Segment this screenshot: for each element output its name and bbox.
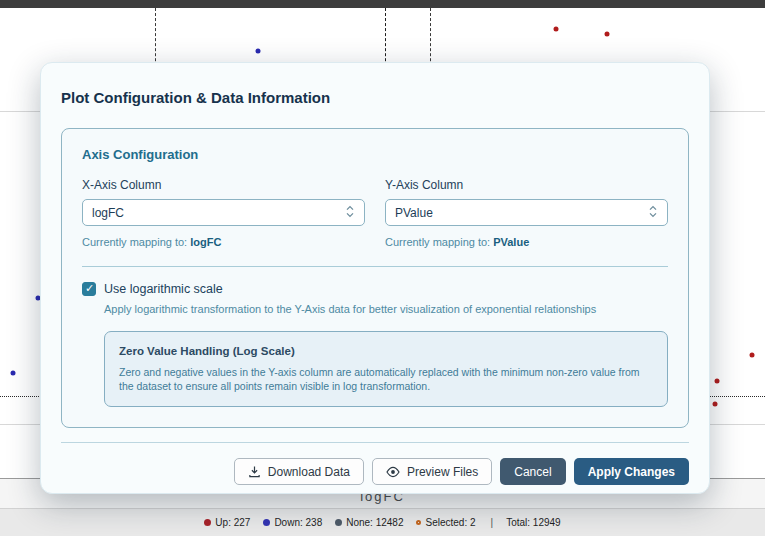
- scatter-point[interactable]: [605, 32, 610, 37]
- scatter-point[interactable]: [11, 371, 16, 376]
- cancel-label: Cancel: [514, 465, 551, 479]
- scatter-point[interactable]: [715, 379, 720, 384]
- y-axis-mapping-value: PValue: [493, 236, 529, 248]
- apply-changes-label: Apply Changes: [588, 465, 675, 479]
- plot-configuration-dialog: Plot Configuration & Data Information Ax…: [40, 62, 710, 494]
- axis-card-divider: [82, 266, 668, 267]
- legend-item-none: None: 12482: [335, 517, 403, 528]
- zero-value-handling-title: Zero Value Handling (Log Scale): [119, 345, 653, 357]
- legend-separator: |: [491, 517, 494, 528]
- legend-item-selected: Selected: 2: [416, 517, 475, 528]
- zero-value-handling-body: Zero and negative values in the Y-axis c…: [119, 365, 653, 393]
- y-axis-selected-value: PValue: [395, 206, 433, 220]
- y-axis-mapping-text: Currently mapping to:PValue: [385, 236, 668, 248]
- axis-configuration-heading: Axis Configuration: [82, 147, 668, 162]
- apply-changes-button[interactable]: Apply Changes: [574, 458, 689, 485]
- legend-item-down: Down: 238: [263, 517, 322, 528]
- legend-label-selected: Selected: 2: [425, 517, 475, 528]
- zero-value-handling-box: Zero Value Handling (Log Scale) Zero and…: [104, 331, 668, 407]
- legend-dot-selected: [416, 520, 421, 525]
- dialog-title: Plot Configuration & Data Information: [61, 89, 689, 106]
- legend-label-up: Up: 227: [215, 517, 250, 528]
- axis-columns-grid: X-Axis Column logFC Currently mapping to…: [82, 178, 668, 248]
- footer-divider: [61, 442, 689, 443]
- download-icon: [248, 465, 261, 478]
- dialog-footer: Download Data Preview Files Cancel Apply…: [61, 458, 689, 485]
- chevron-updown-icon: [345, 204, 355, 222]
- download-data-button[interactable]: Download Data: [234, 458, 364, 485]
- eye-icon: [386, 466, 400, 478]
- axis-configuration-card: Axis Configuration X-Axis Column logFC C…: [61, 128, 689, 428]
- preview-files-button[interactable]: Preview Files: [372, 458, 492, 485]
- app-top-bar: [0, 0, 765, 8]
- log-scale-checkbox[interactable]: [82, 282, 96, 296]
- x-axis-mapping-text: Currently mapping to:logFC: [82, 236, 365, 248]
- scatter-point[interactable]: [256, 49, 261, 54]
- scatter-point[interactable]: [554, 27, 559, 32]
- y-axis-column-group: Y-Axis Column PValue Currently mapping t…: [385, 178, 668, 248]
- download-data-label: Download Data: [268, 465, 350, 479]
- log-scale-label[interactable]: Use logarithmic scale: [104, 282, 223, 296]
- chevron-updown-icon: [648, 204, 658, 222]
- y-axis-column-label: Y-Axis Column: [385, 178, 668, 192]
- legend-label-none: None: 12482: [346, 517, 403, 528]
- y-axis-mapping-prefix: Currently mapping to:: [385, 236, 490, 248]
- x-axis-mapping-value: logFC: [190, 236, 221, 248]
- x-axis-selected-value: logFC: [92, 206, 124, 220]
- legend-label-down: Down: 238: [274, 517, 322, 528]
- y-axis-column-select[interactable]: PValue: [385, 199, 668, 226]
- preview-files-label: Preview Files: [407, 465, 478, 479]
- plot-legend-bar: Up: 227 Down: 238 None: 12482 Selected: …: [0, 508, 765, 536]
- scatter-point[interactable]: [750, 353, 755, 358]
- x-axis-column-group: X-Axis Column logFC Currently mapping to…: [82, 178, 365, 248]
- scatter-point[interactable]: [713, 402, 718, 407]
- x-axis-column-select[interactable]: logFC: [82, 199, 365, 226]
- legend-item-up: Up: 227: [204, 517, 250, 528]
- log-scale-row: Use logarithmic scale: [82, 282, 668, 296]
- cancel-button[interactable]: Cancel: [500, 458, 565, 485]
- log-scale-description: Apply logarithmic transformation to the …: [104, 303, 668, 315]
- x-axis-column-label: X-Axis Column: [82, 178, 365, 192]
- x-axis-mapping-prefix: Currently mapping to:: [82, 236, 187, 248]
- legend-dot-down: [263, 519, 270, 526]
- legend-dot-none: [335, 519, 342, 526]
- legend-total: Total: 12949: [506, 517, 561, 528]
- legend-dot-up: [204, 519, 211, 526]
